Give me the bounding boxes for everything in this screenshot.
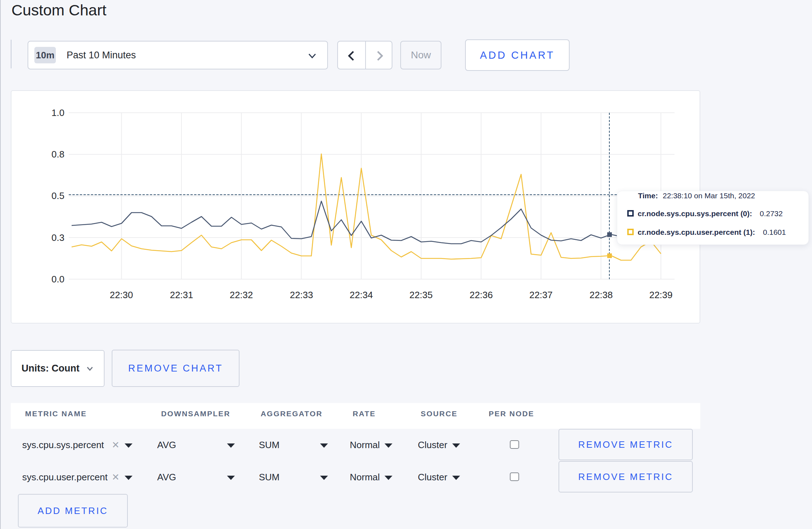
svg-text:22:38: 22:38 — [589, 290, 613, 300]
svg-text:0.3: 0.3 — [52, 232, 64, 243]
svg-text:0.8: 0.8 — [52, 149, 64, 160]
svg-text:22:30: 22:30 — [110, 290, 133, 300]
svg-text:22:33: 22:33 — [290, 290, 313, 300]
svg-text:22:34: 22:34 — [349, 290, 373, 300]
svg-text:0.0: 0.0 — [52, 274, 64, 285]
svg-text:0.5: 0.5 — [52, 190, 64, 201]
svg-text:22:39: 22:39 — [649, 290, 672, 300]
svg-text:22:32: 22:32 — [229, 290, 253, 300]
svg-text:22:35: 22:35 — [409, 290, 432, 300]
svg-text:22:31: 22:31 — [170, 290, 193, 300]
svg-text:22:36: 22:36 — [469, 290, 493, 300]
svg-text:1.0: 1.0 — [52, 107, 64, 118]
svg-text:22:37: 22:37 — [529, 290, 552, 300]
